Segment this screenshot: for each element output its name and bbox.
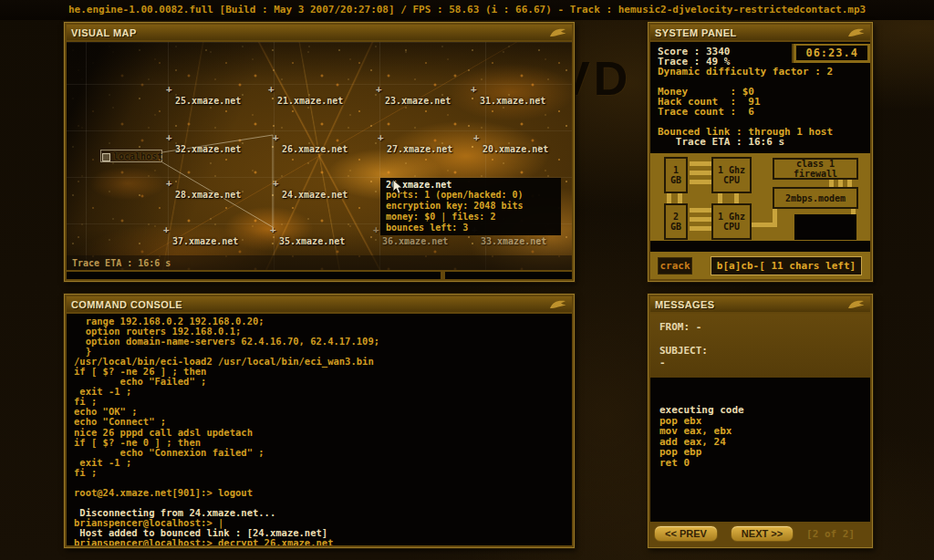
system-panel-header: SYSTEM PANEL <box>650 25 870 40</box>
console-output[interactable]: range 192.168.0.2 192.168.0.20; option r… <box>67 314 572 545</box>
host-tooltip-line: ports: 1 (open/hacked: 0) <box>386 190 555 201</box>
node-crosshair-icon: + <box>473 131 480 143</box>
console-line: exit -1 ; <box>74 387 572 397</box>
panel-wing-icon[interactable] <box>847 26 866 38</box>
console-line: echo "Connect" ; <box>74 417 572 427</box>
messages-header: MESSAGES <box>650 296 870 312</box>
cpu-1: 1 Ghz CPU <box>711 157 752 193</box>
visual-map-viewport[interactable]: localhost +25.xmaze.net+21.xmaze.net+23.… <box>67 42 572 270</box>
engine-status-text: he.engine-1.00.0082.full [Build : May 3 … <box>68 4 866 16</box>
console-line: exit -1 ; <box>74 458 572 468</box>
node-hostname-label: 33.xmaze.net <box>481 236 546 246</box>
node-crosshair-icon: + <box>166 177 172 189</box>
console-line: nice 26 pppd call adsl updetach <box>74 428 572 438</box>
map-node[interactable]: +35.xmaze.net <box>279 231 345 248</box>
host-tooltip-details: ports: 1 (open/hacked: 0)encryption key:… <box>386 190 555 233</box>
mouse-cursor-icon <box>392 180 403 195</box>
message-line: mov eax, ebx <box>659 426 870 437</box>
host-tooltip: 26.xmaze.net ports: 1 (open/hacked: 0)en… <box>380 178 561 235</box>
host-tooltip-line: bounces left: 3 <box>386 223 555 233</box>
system-panel: SYSTEM PANEL 06:23.4 Score : 3340Trace :… <box>648 22 873 282</box>
node-crosshair-icon: + <box>273 177 279 189</box>
message-line: pop ebp <box>659 447 870 458</box>
messages-footer: << PREV NEXT >> [2 of 2] <box>650 522 870 545</box>
console-line: echo "Connexion failed" ; <box>74 448 572 458</box>
map-progress-strip <box>67 272 572 279</box>
message-meta: FROM: - SUBJECT: - <box>650 314 870 378</box>
message-line: ret 0 <box>659 458 870 469</box>
map-node[interactable]: +27.xmaze.net <box>387 139 452 156</box>
console-line: if [ $? -ne 0 ] ; then <box>74 438 572 448</box>
crack-button[interactable]: crack <box>658 257 692 275</box>
node-crosshair-icon: + <box>268 83 275 95</box>
command-console-panel: COMMAND CONSOLE range 192.168.0.2 192.16… <box>64 294 575 548</box>
system-stat-line: Trace ETA : 16:6 s <box>658 137 870 147</box>
prev-message-button[interactable]: << PREV <box>654 525 718 542</box>
host-tooltip-line: encryption key: 2048 bits <box>386 201 555 212</box>
messages-title: MESSAGES <box>655 299 715 310</box>
map-node[interactable]: +37.xmaze.net <box>172 231 238 248</box>
node-hostname-label: 37.xmaze.net <box>172 236 238 246</box>
host-tooltip-hostname: 26.xmaze.net <box>386 180 555 190</box>
firewall: class 1 firewall <box>773 158 858 180</box>
system-stats: 06:23.4 Score : 3340Trace : 49 %Dynamic … <box>650 42 870 153</box>
node-hostname-label: 36.xmaze.net <box>382 236 448 246</box>
command-console-title: COMMAND CONSOLE <box>71 299 182 310</box>
system-stat-line: Trace count : 6 <box>658 107 870 117</box>
node-hostname-label: 24.xmaze.net <box>282 190 348 200</box>
console-line: option domain-name-servers 62.4.16.70, 6… <box>74 337 572 347</box>
map-node[interactable]: +23.xmaze.net <box>385 90 451 108</box>
map-node[interactable]: +20.xmaze.net <box>483 139 548 156</box>
panel-wing-icon[interactable] <box>847 298 866 310</box>
map-trace-eta-bar: Trace ETA : 16:6 s <box>67 255 572 270</box>
node-crosshair-icon: + <box>270 223 276 235</box>
game-clock: 06:23.4 <box>792 44 870 63</box>
map-node[interactable]: +26.xmaze.net <box>282 139 348 156</box>
map-node[interactable]: +24.xmaze.net <box>282 184 348 202</box>
crack-toolbar: crack b[a]cb-[ 11 chars left] <box>650 252 870 279</box>
ram-module-1: 1 GB <box>664 157 688 193</box>
node-hostname-label: 35.xmaze.net <box>279 236 345 246</box>
localhost-label: localhost <box>113 151 162 161</box>
console-line: echo "Failed" ; <box>74 377 572 387</box>
node-crosshair-icon: + <box>273 131 279 143</box>
message-from: FROM: - <box>659 321 870 333</box>
console-line: root@24.xmaze.net[901]:> logout <box>74 488 572 498</box>
host-tooltip-line: money: $0 | files: 2 <box>386 212 555 223</box>
crack-password-field[interactable]: b[a]cb-[ 11 chars left] <box>711 256 862 275</box>
node-hostname-label: 20.xmaze.net <box>483 144 548 154</box>
visual-map-panel: VISUAL MAP localhost +25.xmaze.net+21.xm… <box>64 22 575 282</box>
panel-wing-icon[interactable] <box>549 26 567 38</box>
message-subject-label: SUBJECT: <box>659 345 870 357</box>
map-node[interactable]: +32.xmaze.net <box>175 139 241 156</box>
system-panel-title: SYSTEM PANEL <box>655 27 737 38</box>
message-body-lines: executing codepop ebxmov eax, ebxadd eax… <box>659 405 870 468</box>
node-crosshair-icon: + <box>166 83 172 95</box>
node-crosshair-icon: + <box>471 83 477 95</box>
map-trace-eta-text: Trace ETA : 16:6 s <box>72 258 171 268</box>
map-node[interactable]: +25.xmaze.net <box>175 90 241 108</box>
panel-wing-icon[interactable] <box>549 298 567 310</box>
message-subject-value: - <box>659 357 870 368</box>
console-line: brianspencer@localhost:> decrypt 26.xmaz… <box>74 538 572 545</box>
node-hostname-label: 21.xmaze.net <box>277 96 343 106</box>
messages-panel: MESSAGES FROM: - SUBJECT: - executing co… <box>648 294 873 548</box>
message-page-indicator: [2 of 2] <box>806 528 855 540</box>
localhost-marker[interactable]: localhost <box>100 150 162 162</box>
modem: 2mbps.modem <box>773 187 858 209</box>
hardware-diagram: 1 GB 1 Ghz CPU class 1 firewall 2mbps.mo… <box>650 153 870 241</box>
node-hostname-label: 23.xmaze.net <box>385 96 451 106</box>
map-node[interactable]: +21.xmaze.net <box>277 90 343 108</box>
next-message-button[interactable]: NEXT >> <box>731 525 794 542</box>
visual-map-title: VISUAL MAP <box>71 27 137 38</box>
visual-map-header: VISUAL MAP <box>67 25 572 40</box>
game-screen: VD he.engine-1.00.0082.full [Build : May… <box>0 0 934 560</box>
engine-title-bar: he.engine-1.00.0082.full [Build : May 3 … <box>0 0 934 20</box>
node-hostname-label: 31.xmaze.net <box>480 96 545 106</box>
map-node[interactable]: +28.xmaze.net <box>175 184 241 202</box>
console-line: fi ; <box>74 468 572 478</box>
map-node[interactable]: +31.xmaze.net <box>480 90 545 108</box>
node-hostname-label: 25.xmaze.net <box>175 96 241 106</box>
node-crosshair-icon: + <box>376 83 382 95</box>
node-hostname-label: 26.xmaze.net <box>282 144 348 154</box>
